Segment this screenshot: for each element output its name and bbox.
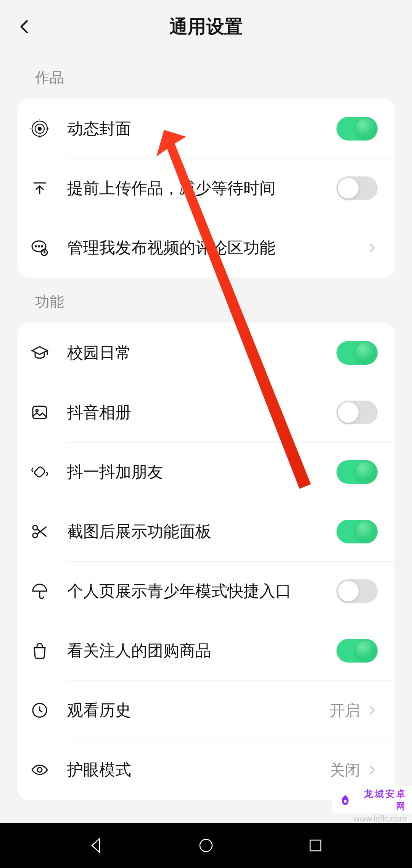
section-header-features: 功能: [0, 278, 412, 323]
row-manage-comments[interactable]: 管理我发布视频的评论区功能: [18, 218, 394, 278]
row-dynamic-cover[interactable]: 动态封面: [18, 99, 394, 158]
system-navbar: [0, 823, 412, 868]
row-label: 抖音相册: [67, 401, 336, 424]
graduation-cap-icon: [29, 342, 50, 364]
nav-back-button[interactable]: [81, 830, 112, 861]
svg-point-6: [42, 246, 43, 247]
section-header-works: 作品: [0, 53, 412, 99]
clock-icon: [29, 700, 50, 721]
row-teen-mode-shortcut[interactable]: 个人页展示青少年模式快捷入口: [18, 561, 394, 621]
row-value: 关闭: [330, 760, 360, 781]
chevron-right-icon: [367, 242, 378, 253]
features-card: 校园日常 抖音相册 抖一抖加朋友 截图后展示功能面板 个人页展示青少年模式快捷入…: [18, 323, 394, 800]
svg-point-4: [35, 246, 37, 247]
nav-home-button[interactable]: [191, 830, 221, 861]
shake-icon: [29, 461, 50, 483]
row-label: 截图后展示功能面板: [67, 520, 336, 543]
row-followed-groupbuy[interactable]: 看关注人的团购商品: [18, 621, 394, 680]
works-card: 动态封面 提前上传作品，减少等待时间 管理我发布视频的评论区功能: [18, 99, 394, 278]
image-icon: [29, 402, 50, 423]
toggle-campus[interactable]: [336, 341, 378, 365]
watermark-logo-icon: [340, 794, 351, 806]
toggle-shake-friend[interactable]: [336, 460, 378, 484]
row-shake-friend[interactable]: 抖一抖加朋友: [18, 442, 394, 502]
umbrella-icon: [29, 580, 50, 602]
svg-rect-17: [310, 840, 321, 851]
svg-point-14: [37, 768, 42, 772]
svg-point-2: [38, 127, 41, 130]
row-label: 看关注人的团购商品: [67, 640, 336, 662]
svg-point-15: [344, 800, 347, 803]
row-label: 提前上传作品，减少等待时间: [67, 177, 336, 200]
scissors-icon: [29, 521, 50, 542]
chevron-right-icon: [367, 705, 378, 716]
svg-point-9: [36, 409, 38, 412]
comment-settings-icon: [29, 237, 50, 259]
row-label: 抖一抖加朋友: [67, 461, 336, 483]
eye-icon: [29, 759, 50, 781]
toggle-dynamic-cover[interactable]: [336, 117, 378, 141]
nav-recent-button[interactable]: [300, 830, 331, 861]
svg-point-5: [39, 246, 40, 247]
svg-rect-10: [34, 466, 45, 478]
row-screenshot-panel[interactable]: 截图后展示功能面板: [18, 502, 394, 561]
back-icon: [17, 19, 32, 34]
page-title: 通用设置: [0, 15, 412, 39]
toggle-douyin-album[interactable]: [336, 401, 378, 424]
watermark-brand: 龙城安卓网: [354, 788, 407, 812]
toggle-followed-groupbuy[interactable]: [336, 639, 378, 663]
toggle-screenshot-panel[interactable]: [336, 520, 378, 543]
row-label: 管理我发布视频的评论区功能: [67, 237, 367, 259]
row-value: 开启: [330, 700, 360, 721]
row-preupload[interactable]: 提前上传作品，减少等待时间: [18, 158, 394, 218]
row-label: 个人页展示青少年模式快捷入口: [67, 580, 336, 603]
row-label: 护眼模式: [67, 759, 330, 781]
shopping-bag-icon: [29, 640, 50, 661]
row-campus[interactable]: 校园日常: [18, 323, 394, 383]
toggle-preupload[interactable]: [336, 176, 378, 200]
svg-point-16: [200, 839, 212, 852]
row-label: 观看历史: [67, 699, 330, 722]
row-label: 动态封面: [67, 118, 336, 140]
chevron-right-icon: [367, 765, 378, 775]
toggle-teen-mode-shortcut[interactable]: [336, 579, 378, 603]
row-watch-history[interactable]: 观看历史 开启: [18, 680, 394, 740]
row-label: 校园日常: [67, 342, 336, 364]
watermark-url: www.lqflc.com: [332, 813, 412, 824]
target-icon: [29, 118, 50, 139]
svg-rect-8: [33, 406, 47, 419]
upload-icon: [29, 178, 50, 199]
row-douyin-album[interactable]: 抖音相册: [18, 383, 394, 442]
back-button[interactable]: [13, 15, 36, 38]
watermark: 龙城安卓网 www.lqflc.com: [332, 786, 412, 824]
